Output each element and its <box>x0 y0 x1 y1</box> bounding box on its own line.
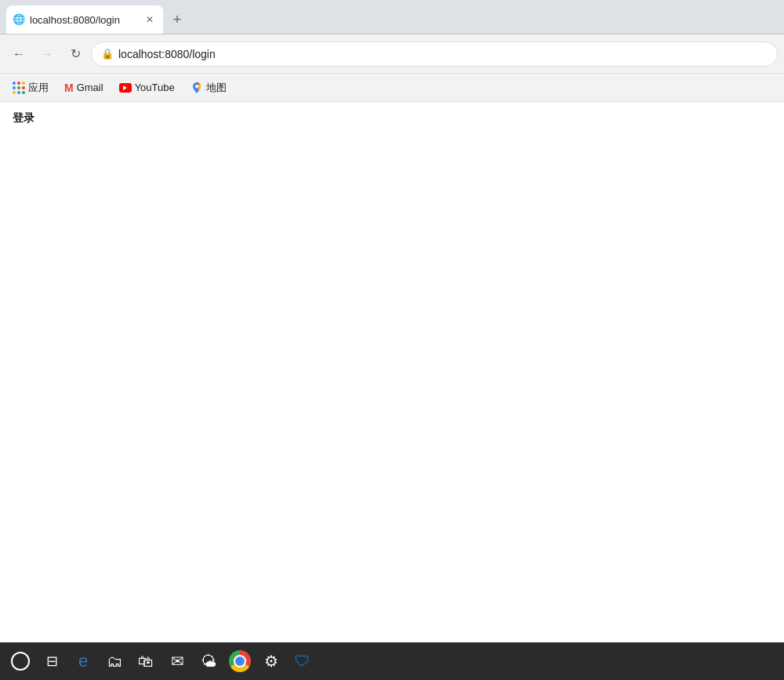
tab-favicon: 🌐 <box>13 13 25 26</box>
reload-icon: ↻ <box>71 46 81 61</box>
taskbar-mail[interactable]: ✉ <box>163 647 191 675</box>
back-icon: ← <box>13 47 25 61</box>
cortana-icon <box>11 652 30 671</box>
bookmarks-bar: 应用 M Gmail YouTube 地图 <box>0 74 784 102</box>
svg-point-0 <box>195 85 198 88</box>
tab-title: localhost:8080/login <box>30 14 138 26</box>
bookmark-apps[interactable]: 应用 <box>6 78 55 98</box>
apps-grid-icon <box>13 82 25 94</box>
tab-close-button[interactable]: ✕ <box>143 13 157 27</box>
store-icon: 🛍 <box>138 653 154 671</box>
maps-label: 地图 <box>206 81 227 95</box>
gmail-icon: M <box>64 82 74 94</box>
forward-icon: → <box>41 47 53 61</box>
explorer-icon: 🗂 <box>107 653 122 671</box>
taskbar-store[interactable]: 🛍 <box>132 647 160 675</box>
taskview-icon: ⊟ <box>46 653 58 670</box>
edge-icon: e <box>78 651 88 671</box>
page-content: 登录 <box>0 102 784 680</box>
apps-label: 应用 <box>28 81 49 95</box>
active-tab[interactable]: 🌐 localhost:8080/login ✕ <box>6 5 163 34</box>
lock-icon: 🔒 <box>101 48 114 60</box>
browser-window: 🌐 localhost:8080/login ✕ + ← → ↻ 🔒 local… <box>0 0 784 680</box>
taskbar-edge[interactable]: e <box>69 647 97 675</box>
mail-icon: ✉ <box>171 652 184 671</box>
youtube-label: YouTube <box>135 82 175 93</box>
taskbar-settings[interactable]: ⚙ <box>257 647 285 675</box>
shield-icon: 🛡 <box>295 653 310 671</box>
address-text: localhost:8080/login <box>118 48 768 60</box>
taskbar: ⊟ e 🗂 🛍 ✉ 🌤 ⚙ 🛡 <box>0 642 784 680</box>
taskbar-taskview[interactable]: ⊟ <box>38 647 66 675</box>
gmail-label: Gmail <box>77 82 103 93</box>
taskbar-weather[interactable]: 🌤 <box>194 647 223 675</box>
new-tab-button[interactable]: + <box>166 9 188 31</box>
back-button[interactable]: ← <box>6 42 31 67</box>
reload-button[interactable]: ↻ <box>63 42 88 67</box>
taskbar-security[interactable]: 🛡 <box>289 647 317 675</box>
youtube-icon <box>119 83 132 93</box>
bookmark-gmail[interactable]: M Gmail <box>58 78 110 97</box>
taskbar-chrome[interactable] <box>226 647 254 675</box>
tab-bar: 🌐 localhost:8080/login ✕ + <box>0 0 784 35</box>
bookmark-youtube[interactable]: YouTube <box>113 78 181 96</box>
weather-icon: 🌤 <box>201 653 216 671</box>
forward-button[interactable]: → <box>34 42 60 67</box>
bookmark-maps[interactable]: 地图 <box>184 78 233 98</box>
maps-icon <box>191 82 203 94</box>
taskbar-explorer[interactable]: 🗂 <box>100 647 129 675</box>
nav-bar: ← → ↻ 🔒 localhost:8080/login <box>0 35 784 74</box>
page-heading: 登录 <box>13 111 771 125</box>
settings-icon: ⚙ <box>264 652 278 671</box>
taskbar-start[interactable] <box>6 647 34 675</box>
address-bar[interactable]: 🔒 localhost:8080/login <box>91 42 778 67</box>
youtube-play-icon <box>123 85 127 90</box>
chrome-icon <box>229 650 251 672</box>
